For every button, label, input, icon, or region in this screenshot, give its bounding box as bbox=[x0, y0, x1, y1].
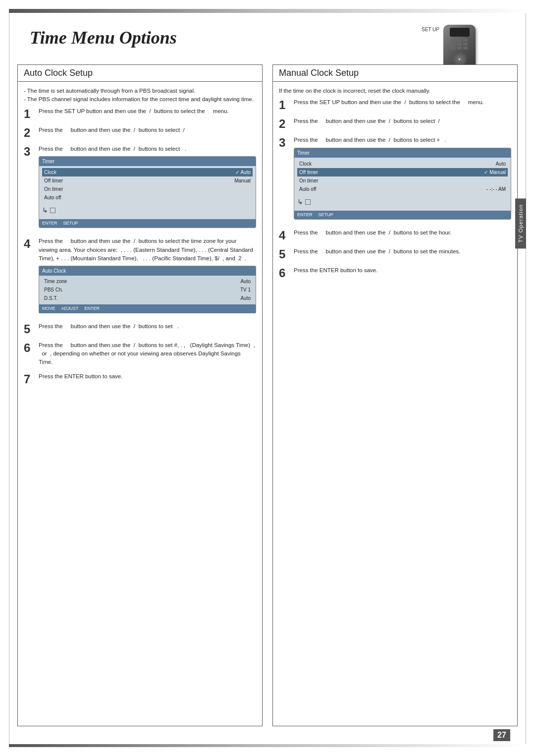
manual-step-1-text: Press the SET UP button and then use the… bbox=[294, 98, 511, 111]
manual-step-5-text: Press the button and then use the / butt… bbox=[294, 247, 511, 260]
auto-screen-2-footer: MOVEADJUSTENTER bbox=[39, 304, 256, 313]
auto-clock-section: Auto Clock Setup - The time is set autom… bbox=[17, 64, 263, 726]
manual-step-3-text: Press the button and then use the / butt… bbox=[294, 136, 511, 223]
auto-step-4-text: Press the button and then use the / butt… bbox=[39, 237, 256, 316]
manual-step-6-text: Press the ENTER button to save. bbox=[294, 266, 511, 279]
auto-step-4: 4 Press the button and then use the / bu… bbox=[24, 237, 256, 316]
manual-step-4: 4 Press the button and then use the / bu… bbox=[279, 229, 511, 241]
manual-step-2-text: Press the button and then use the / butt… bbox=[294, 117, 511, 130]
auto-step-5-text: Press the button and then use the / butt… bbox=[39, 322, 256, 335]
auto-step-3-text: Press the button and then use the / butt… bbox=[39, 145, 256, 232]
manual-step-2: 2 Press the button and then use the / bu… bbox=[279, 117, 511, 130]
manual-screen-1: Timer ClockAuto Off timer✓ Manual On tim… bbox=[294, 148, 511, 220]
auto-screen-row-clock: Clock✓ Auto bbox=[42, 168, 253, 176]
manual-bullet-1: If the time on the clock is incorrect, r… bbox=[279, 87, 511, 95]
manual-screen-1-title: Timer bbox=[294, 148, 511, 158]
auto-clock-body: - The time is set automatically through … bbox=[18, 82, 262, 396]
auto-step-3: 3 Press the button and then use the / bu… bbox=[24, 145, 256, 232]
auto-intro: - The time is set automatically through … bbox=[24, 87, 256, 104]
auto-step-7-text: Press the ENTER button to save. bbox=[39, 372, 256, 385]
manual-step-6: 6 Press the ENTER button to save. bbox=[279, 266, 511, 279]
auto-screen-row-autooff: Auto off bbox=[42, 193, 253, 202]
auto-step-2-text: Press the button and then use the / butt… bbox=[39, 126, 256, 139]
manual-step-1: 1 Press the SET UP button and then use t… bbox=[279, 98, 511, 111]
auto-step-2: 2 Press the button and then use the / bu… bbox=[24, 126, 256, 139]
auto-step-6: 6 Press the button and then use the / bu… bbox=[24, 341, 256, 367]
manual-screen-row-clock: ClockAuto bbox=[297, 160, 508, 168]
manual-screen-row-ontimer: On timer bbox=[297, 176, 508, 185]
auto-screen-2-timezone: Time zoneAuto bbox=[42, 277, 253, 286]
auto-clock-header: Auto Clock Setup bbox=[18, 65, 262, 82]
auto-screen-2-title: Auto Clock bbox=[39, 266, 256, 276]
auto-step-7: 7 Press the ENTER button to save. bbox=[24, 372, 256, 385]
sidebar-label: TV Operation bbox=[515, 198, 526, 248]
auto-screen-row-offtimer: Off timerManual bbox=[42, 176, 253, 185]
page-number: 27 bbox=[493, 729, 510, 741]
auto-step-6-text: Press the button and then use the / butt… bbox=[39, 341, 256, 367]
auto-screen-2-pbsch: PBS Ch.TV 1 bbox=[42, 286, 253, 294]
manual-clock-section: Manual Clock Setup If the time on the cl… bbox=[272, 64, 518, 726]
auto-step-1: 1 Press the SET UP button and then use t… bbox=[24, 107, 256, 120]
manual-step-3: 3 Press the button and then use the / bu… bbox=[279, 136, 511, 223]
manual-step-5: 5 Press the button and then use the / bu… bbox=[279, 247, 511, 260]
auto-step-5: 5 Press the button and then use the / bu… bbox=[24, 322, 256, 335]
header-bar bbox=[9, 9, 526, 13]
title-section: Time Menu Options bbox=[30, 27, 177, 48]
manual-screen-row-offtimer: Off timer✓ Manual bbox=[297, 168, 508, 176]
bottom-bar bbox=[9, 744, 526, 747]
setup-label: SET UP bbox=[422, 27, 439, 32]
manual-clock-body: If the time on the clock is incorrect, r… bbox=[273, 82, 517, 290]
manual-step-4-text: Press the button and then use the / butt… bbox=[294, 229, 511, 241]
auto-bullet-2: - The PBS channel signal includes inform… bbox=[24, 95, 256, 104]
auto-screen-2-dst: D.S.T.Auto bbox=[42, 294, 253, 302]
content-area: Auto Clock Setup - The time is set autom… bbox=[17, 64, 518, 726]
auto-screen-row-ontimer: On timer bbox=[42, 185, 253, 193]
manual-screen-row-autooff: Auto off- -:- - AM bbox=[297, 185, 508, 193]
auto-screen-1: Timer Clock✓ Auto Off timerManual On tim… bbox=[39, 156, 256, 229]
auto-screen-1-footer: ENTERSETUP bbox=[39, 219, 256, 228]
manual-intro: If the time on the clock is incorrect, r… bbox=[279, 87, 511, 95]
manual-clock-header: Manual Clock Setup bbox=[273, 65, 517, 82]
manual-screen-1-footer: ENTERSETUP bbox=[294, 211, 511, 220]
page-title: Time Menu Options bbox=[30, 28, 177, 48]
auto-step-1-text: Press the SET UP button and then use the… bbox=[39, 107, 256, 120]
auto-screen-2: Auto Clock Time zoneAuto PBS Ch.TV 1 D.S… bbox=[39, 266, 256, 313]
auto-screen-1-title: Timer bbox=[39, 157, 256, 166]
auto-bullet-1: - The time is set automatically through … bbox=[24, 87, 256, 95]
